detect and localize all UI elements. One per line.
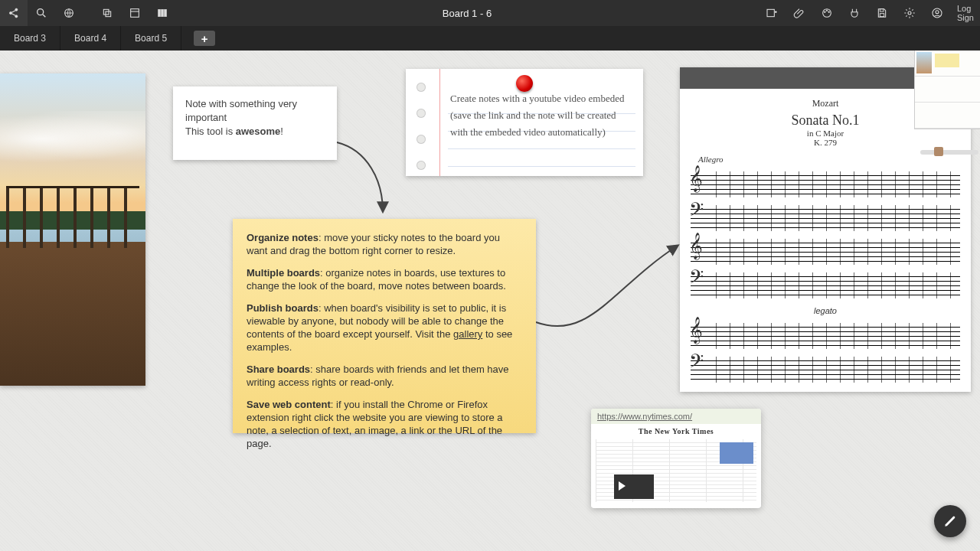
svg-point-13 <box>826 10 828 11</box>
play-icon <box>614 474 654 499</box>
save-icon[interactable] <box>868 0 896 26</box>
svg-point-1 <box>15 8 18 11</box>
signup-link[interactable]: Sign <box>957 13 974 22</box>
svg-rect-17 <box>880 14 884 17</box>
add-note-icon[interactable] <box>758 0 786 26</box>
top-toolbar: Board 1 - 6 Log Sign <box>0 0 980 26</box>
attachment-icon[interactable] <box>786 0 813 26</box>
svg-rect-8 <box>158 9 161 16</box>
board-tab[interactable]: Board 3 <box>0 26 60 51</box>
score-key: in C Major <box>695 129 956 138</box>
plugin-icon[interactable] <box>841 0 868 26</box>
globe-icon[interactable] <box>55 0 83 26</box>
svg-point-3 <box>38 9 44 15</box>
board-canvas[interactable]: Note with something very important This … <box>0 51 980 551</box>
zoom-slider[interactable] <box>920 150 978 155</box>
lined-paper-note[interactable]: Create notes with a youtube video embede… <box>406 69 643 176</box>
share-icon[interactable] <box>0 0 28 26</box>
svg-rect-9 <box>162 9 164 16</box>
score-k-number: K. 279 <box>695 138 956 147</box>
image-note-pier[interactable] <box>0 73 145 386</box>
board-tab[interactable]: Board 5 <box>121 26 181 51</box>
board-minimap[interactable] <box>914 51 980 129</box>
copy-icon[interactable] <box>93 0 121 26</box>
svg-point-14 <box>824 11 825 13</box>
svg-rect-5 <box>103 9 109 15</box>
svg-rect-10 <box>165 9 167 16</box>
board-tab[interactable]: Board 4 <box>60 26 121 51</box>
columns-icon[interactable] <box>149 0 176 26</box>
webclip-url[interactable]: https://www.nytimes.com/ <box>591 409 761 424</box>
svg-rect-7 <box>131 9 139 18</box>
board-tab-bar: Board 3 Board 4 Board 5 + <box>0 26 980 51</box>
sticky-note-help[interactable]: Organize notes: move your sticky notes t… <box>233 219 536 433</box>
text-note-line: This tool is awesome! <box>185 125 325 139</box>
score-dynamic: legato <box>691 306 960 315</box>
score-staves: legato <box>680 171 971 398</box>
webclip-nytimes[interactable]: https://www.nytimes.com/ The New York Ti… <box>591 409 761 508</box>
svg-point-2 <box>15 15 18 18</box>
text-note-line: Note with something very important <box>185 97 325 125</box>
settings-icon[interactable] <box>896 0 923 26</box>
svg-point-15 <box>828 11 830 13</box>
lined-note-text: Create notes with a youtube video embede… <box>450 90 634 141</box>
edit-fab[interactable] <box>934 505 966 537</box>
webclip-masthead: The New York Times <box>591 424 761 435</box>
svg-point-18 <box>908 11 911 15</box>
palette-icon[interactable] <box>813 0 841 26</box>
zoom-slider-handle[interactable] <box>934 147 943 156</box>
text-note-important[interactable]: Note with something very important This … <box>173 86 337 160</box>
gallery-link[interactable]: gallery <box>453 328 482 340</box>
layout-icon[interactable] <box>121 0 149 26</box>
svg-point-20 <box>936 11 939 14</box>
account-icon[interactable] <box>923 0 951 26</box>
pushpin-icon <box>516 75 533 92</box>
board-title: Board 1 - 6 <box>176 8 758 19</box>
svg-rect-11 <box>767 9 774 16</box>
svg-rect-6 <box>106 11 111 17</box>
login-link[interactable]: Log <box>957 4 974 13</box>
search-icon[interactable] <box>28 0 55 26</box>
add-board-button[interactable]: + <box>194 31 215 46</box>
auth-links[interactable]: Log Sign <box>951 4 980 22</box>
score-tempo: Allegro <box>698 155 952 164</box>
